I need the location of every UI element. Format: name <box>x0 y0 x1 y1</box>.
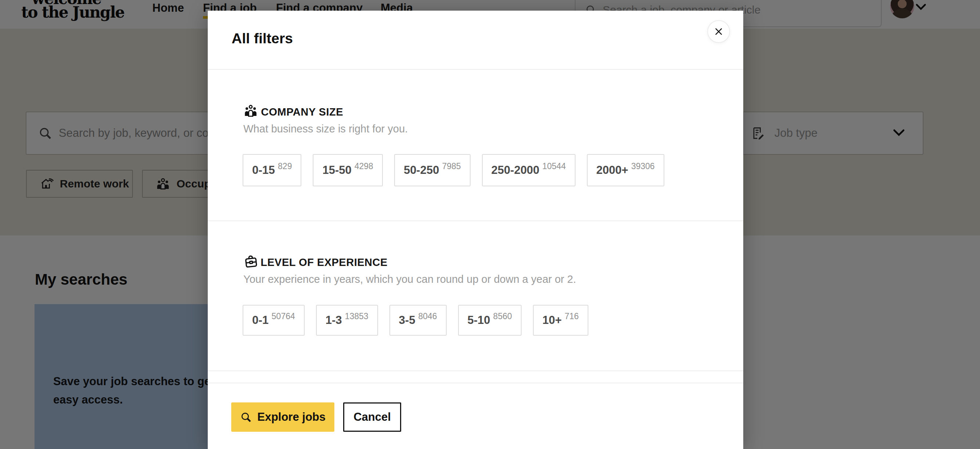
cancel-label: Cancel <box>353 411 391 424</box>
option-label: 3-5 <box>399 314 415 327</box>
company-size-option-250-2000[interactable]: 250-2000 10544 <box>482 154 576 186</box>
option-count: 50764 <box>272 311 295 321</box>
experience-option-1-3[interactable]: 1-3 13853 <box>316 305 378 336</box>
option-label: 5-10 <box>468 314 490 327</box>
company-size-options: 0-15 829 15-50 4298 50-250 7985 250-2000… <box>243 154 664 186</box>
experience-option-10plus[interactable]: 10+ 716 <box>533 305 589 336</box>
experience-option-0-1[interactable]: 0-1 50764 <box>243 305 305 336</box>
explore-jobs-label: Explore jobs <box>257 411 326 424</box>
option-count: 4298 <box>355 162 373 171</box>
all-filters-modal: All filters COMPANY SIZE What business s… <box>208 11 743 449</box>
company-size-icon <box>243 103 258 119</box>
modal-header: All filters <box>208 11 743 70</box>
option-label: 0-15 <box>252 163 275 177</box>
option-label: 0-1 <box>252 314 269 327</box>
experience-title: LEVEL OF EXPERIENCE <box>261 256 388 268</box>
company-size-option-15-50[interactable]: 15-50 4298 <box>313 154 382 186</box>
company-size-option-50-250[interactable]: 50-250 7985 <box>394 154 471 186</box>
experience-options: 0-1 50764 1-3 13853 3-5 8046 5-10 8560 1… <box>243 305 589 336</box>
option-count: 8046 <box>418 311 437 321</box>
section-divider <box>208 371 743 371</box>
option-count: 829 <box>278 162 292 171</box>
option-count: 7985 <box>442 162 461 171</box>
cancel-button[interactable]: Cancel <box>343 402 401 432</box>
close-button[interactable] <box>707 20 730 43</box>
option-count: 13853 <box>345 311 369 321</box>
option-count: 10544 <box>542 162 566 171</box>
section-divider <box>208 221 743 221</box>
search-icon <box>240 411 252 423</box>
option-label: 250-2000 <box>492 163 539 177</box>
explore-jobs-button[interactable]: Explore jobs <box>231 402 334 432</box>
close-icon <box>714 27 724 36</box>
experience-option-5-10[interactable]: 5-10 8560 <box>458 305 522 336</box>
option-label: 1-3 <box>326 314 342 327</box>
company-size-option-2000plus[interactable]: 2000+ 39306 <box>587 154 664 186</box>
experience-option-3-5[interactable]: 3-5 8046 <box>390 305 447 336</box>
option-label: 2000+ <box>597 163 628 177</box>
experience-subtitle: Your experience in years, which you can … <box>243 273 576 286</box>
option-count: 39306 <box>631 162 655 171</box>
option-count: 716 <box>565 311 579 321</box>
experience-briefcase-icon <box>243 253 259 270</box>
modal-footer: Explore jobs Cancel <box>208 382 743 449</box>
option-count: 8560 <box>493 311 512 321</box>
modal-title: All filters <box>232 30 293 47</box>
option-label: 15-50 <box>322 163 351 177</box>
company-size-option-0-15[interactable]: 0-15 829 <box>243 154 301 186</box>
company-size-subtitle: What business size is right for you. <box>243 123 408 135</box>
company-size-title: COMPANY SIZE <box>261 106 343 118</box>
option-label: 50-250 <box>404 163 439 177</box>
footer-buttons: Explore jobs Cancel <box>231 402 401 432</box>
option-label: 10+ <box>542 314 562 327</box>
